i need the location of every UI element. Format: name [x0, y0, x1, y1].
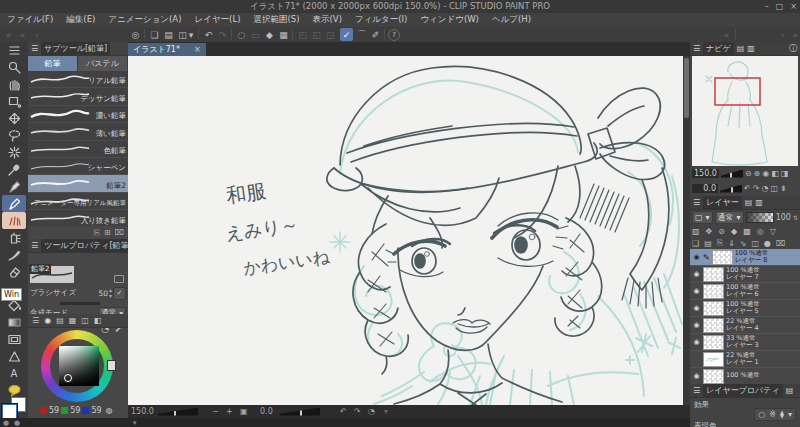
intermediate-color-tab-icon[interactable]: ◫: [81, 316, 89, 325]
new-layer-icon[interactable]: ❏: [692, 239, 699, 248]
tab-pencil[interactable]: 鉛筆: [28, 56, 78, 71]
layer-extra-tab-icon[interactable]: ▥: [755, 198, 763, 207]
canvas-vertical-scrollbar[interactable]: [683, 56, 690, 405]
reselect-icon[interactable]: ▭: [249, 28, 262, 41]
panel-menu-icon[interactable]: ☰: [693, 198, 700, 207]
layer-opacity-slider[interactable]: [746, 212, 774, 223]
brush-dark-pencil[interactable]: 濃い鉛筆: [28, 106, 128, 123]
eyedropper-tool-icon[interactable]: [2, 161, 26, 178]
close-tab-icon[interactable]: ×: [194, 45, 201, 54]
layer-search-tab-icon[interactable]: ▤: [745, 198, 753, 207]
layer-blend-dropdown[interactable]: 通常▾: [715, 211, 744, 224]
minimize-button[interactable]: –: [765, 2, 769, 11]
layer-opacity-value[interactable]: 100: [776, 213, 791, 222]
toolbar-menu-icon[interactable]: [2, 42, 26, 59]
brush-dessin-pencil[interactable]: デッサン鉛筆: [28, 88, 128, 105]
help-icon[interactable]: ?: [388, 29, 400, 41]
canvas-zoom-slider[interactable]: [158, 405, 198, 418]
foreground-color-swatch[interactable]: [2, 404, 17, 419]
rotate-ccw-icon[interactable]: ↶: [340, 405, 347, 418]
combine-icon[interactable]: ⇘: [740, 239, 747, 248]
nav-fit-icon[interactable]: ◉: [762, 169, 769, 178]
lock-icon[interactable]: [114, 275, 124, 283]
canvas-zoom-value[interactable]: 150.0: [131, 405, 154, 418]
hand-tool-icon[interactable]: [2, 76, 26, 93]
eraser-tool-icon[interactable]: [2, 263, 26, 280]
merge-down-icon[interactable]: ⇓: [728, 239, 735, 248]
snap-special-ruler-icon[interactable]: ⌒: [355, 28, 368, 41]
brush-mechanical-pencil[interactable]: シャーペン: [28, 158, 128, 175]
navigator-zoom-value[interactable]: 150.0: [692, 169, 719, 178]
layer-color-icon[interactable]: ▽: [770, 227, 776, 236]
fill-icon[interactable]: ◆: [263, 28, 276, 41]
frame-border-tool-icon[interactable]: [2, 331, 26, 348]
pastel-tool-icon[interactable]: [2, 212, 26, 229]
open-file-icon[interactable]: ▤: [162, 28, 175, 41]
auto-select-tool-icon[interactable]: [2, 144, 26, 161]
color-wheel-tab-icon[interactable]: ◉: [44, 316, 51, 325]
nav-mirror-icon[interactable]: ◫: [770, 184, 778, 193]
layer-thumbnail[interactable]: [703, 335, 724, 350]
menu-selection[interactable]: 選択範囲(S): [253, 14, 299, 26]
expand-right-icon[interactable]: »: [789, 28, 800, 41]
collapse-left2-icon[interactable]: «: [16, 28, 29, 41]
layer-thumbnail[interactable]: [703, 369, 724, 384]
move-layer-icon[interactable]: ✥: [706, 227, 713, 236]
panel-menu-icon[interactable]: ☰: [32, 316, 39, 325]
navigator-tab[interactable]: ナビゲ: [703, 42, 734, 55]
menu-layer[interactable]: レイヤー(L): [195, 14, 241, 26]
brush-light-pencil[interactable]: 薄い鉛筆: [28, 123, 128, 140]
layer-mask-icon[interactable]: ◫: [752, 239, 760, 248]
transparent-color-icon[interactable]: ◍: [106, 406, 113, 415]
maximize-button[interactable]: □: [776, 2, 784, 11]
layer-property-extra-icon[interactable]: ▤: [786, 386, 794, 395]
transfer-layer-icon[interactable]: ⎘: [717, 238, 723, 248]
layer-row-1[interactable]: 22 %通常レイヤー 1: [690, 351, 800, 368]
redo-icon[interactable]: ↷: [216, 28, 229, 41]
tone-effect-icon[interactable]: ※: [769, 410, 776, 419]
save-dropdown-icon[interactable]: ▾: [187, 28, 195, 41]
nav-fit-vert-icon[interactable]: ⇟: [780, 184, 787, 193]
collapse-left-icon[interactable]: «: [2, 28, 15, 41]
status-more-icon[interactable]: ▾: [384, 405, 388, 418]
color-slider-tab-icon[interactable]: ▤: [56, 316, 64, 325]
lock-alpha-icon[interactable]: ◆: [731, 227, 737, 236]
brush-size-slider[interactable]: [60, 302, 100, 305]
pressure-settings-button[interactable]: ✓: [113, 287, 126, 300]
selection-tool-icon[interactable]: [2, 127, 26, 144]
brush-colored-pencil[interactable]: 色鉛筆: [28, 141, 128, 158]
delete-subtool-icon[interactable]: ⌧: [115, 228, 124, 237]
hue-cursor[interactable]: [107, 360, 116, 371]
border-effect-icon[interactable]: ○: [758, 410, 765, 419]
nav-zoom-in-icon[interactable]: ⊕: [754, 169, 761, 178]
layer-row-4[interactable]: ◉ 22 %通常レイヤー 4: [690, 317, 800, 334]
fit-to-screen-icon[interactable]: ▣: [240, 405, 248, 418]
layer-property-tab[interactable]: レイヤープロパティ: [703, 384, 783, 397]
layer-row-8[interactable]: ◉ ✎ 100 %通常レイヤー 8: [690, 249, 800, 266]
color-wheel[interactable]: [28, 328, 128, 402]
rotate-cw-icon[interactable]: ↷: [354, 405, 361, 418]
canvas-rotation-slider[interactable]: [280, 405, 320, 418]
clip-studio-icon[interactable]: ◎: [129, 28, 142, 41]
back-icon[interactable]: ‹: [30, 28, 43, 41]
collapse-status-icon[interactable]: ▾: [133, 419, 137, 427]
rotate-icon[interactable]: ◱: [310, 28, 323, 41]
brush-size-value[interactable]: 50: [98, 289, 108, 298]
layer-color-effect-icon[interactable]: ⧫: [780, 410, 784, 419]
mask-icon[interactable]: ▩: [743, 227, 751, 236]
lock-layer-icon[interactable]: ⊘: [718, 227, 725, 236]
subview-tab-icon[interactable]: ▤: [737, 44, 745, 53]
eye-icon[interactable]: ◉: [692, 270, 701, 278]
eye-icon[interactable]: ◉: [692, 253, 701, 261]
canvas-rotation-value[interactable]: 0.0: [260, 405, 273, 418]
brush-tapered-pencil[interactable]: 入り抜き鉛筆: [28, 210, 128, 226]
operation-tool-icon[interactable]: [2, 93, 26, 110]
brush-animator-real-pencil[interactable]: アニメーター専用リアル風鉛筆: [28, 193, 128, 210]
panel-menu-icon[interactable]: ☰: [693, 44, 700, 53]
layer-row-7[interactable]: ◉ 100 %通常レイヤー 7: [690, 266, 800, 283]
pencil-tool-icon[interactable]: [2, 195, 26, 212]
item-bank-tab-icon[interactable]: ▥: [747, 44, 755, 53]
duplicate-subtool-icon[interactable]: ⊞: [104, 228, 111, 237]
approx-color-tab-icon[interactable]: ◧: [94, 316, 102, 325]
subtool-panel-tab[interactable]: サブツール[鉛筆]: [41, 42, 110, 55]
